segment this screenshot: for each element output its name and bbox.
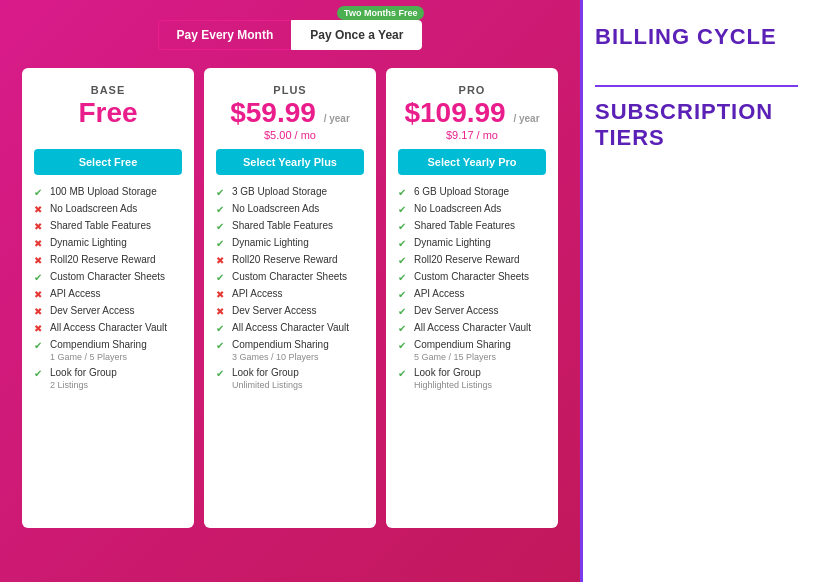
list-item: ✔ Shared Table Features	[216, 219, 364, 233]
list-item: ✔ Custom Character Sheets	[398, 270, 546, 284]
list-item: ✖ Dynamic Lighting	[34, 236, 182, 250]
tier-price-pro: $109.99 / year	[404, 98, 539, 129]
check-icon: ✔	[216, 367, 228, 380]
two-months-badge: Two Months Free	[337, 6, 424, 20]
tier-price-plus: $59.99 / year	[230, 98, 350, 129]
list-item: ✔ Look for Group2 Listings	[34, 366, 182, 392]
feature-text: Dev Server Access	[414, 304, 546, 317]
billing-cycle-section: BILLING CYCLE	[595, 24, 798, 49]
feature-text: Dynamic Lighting	[232, 236, 364, 249]
feature-text: Custom Character Sheets	[50, 270, 182, 283]
check-icon: ✔	[398, 254, 410, 267]
tier-price-year: / year	[513, 113, 539, 124]
tier-price-amount: $109.99	[404, 97, 505, 128]
cross-icon: ✖	[34, 254, 46, 267]
feature-text: Roll20 Reserve Reward	[414, 253, 546, 266]
feature-text: Look for Group2 Listings	[50, 366, 182, 392]
feature-list-pro: ✔ 6 GB Upload Storage ✔ No Loadscreen Ad…	[398, 185, 546, 392]
feature-list-plus: ✔ 3 GB Upload Storage ✔ No Loadscreen Ad…	[216, 185, 364, 392]
list-item: ✔ All Access Character Vault	[216, 321, 364, 335]
feature-text: Roll20 Reserve Reward	[232, 253, 364, 266]
list-item: ✔ Compendium Sharing1 Game / 5 Players	[34, 338, 182, 364]
list-item: ✖ No Loadscreen Ads	[34, 202, 182, 216]
select-plus-button[interactable]: Select Yearly Plus	[216, 149, 364, 175]
list-item: ✔ Compendium Sharing3 Games / 10 Players	[216, 338, 364, 364]
feature-text: 6 GB Upload Storage	[414, 185, 546, 198]
feature-text: 100 MB Upload Storage	[50, 185, 182, 198]
list-item: ✔ Roll20 Reserve Reward	[398, 253, 546, 267]
billing-toggle: Two Months Free Pay Every Month Pay Once…	[158, 20, 423, 50]
tier-name-base: BASE	[91, 84, 126, 96]
subscription-tiers-label: SUBSCRIPTION TIERS	[595, 99, 798, 150]
monthly-toggle-button[interactable]: Pay Every Month	[158, 20, 292, 50]
list-item: ✔ Custom Character Sheets	[34, 270, 182, 284]
feature-text: Shared Table Features	[232, 219, 364, 232]
feature-text: Compendium Sharing1 Game / 5 Players	[50, 338, 182, 364]
check-icon: ✔	[398, 186, 410, 199]
list-item: ✔ Dynamic Lighting	[216, 236, 364, 250]
feature-text: All Access Character Vault	[50, 321, 182, 334]
list-item: ✔ 6 GB Upload Storage	[398, 185, 546, 199]
check-icon: ✔	[34, 367, 46, 380]
check-icon: ✔	[398, 288, 410, 301]
feature-sub: 5 Game / 15 Players	[414, 352, 546, 364]
divider	[595, 85, 798, 87]
cross-icon: ✖	[216, 288, 228, 301]
list-item: ✖ Roll20 Reserve Reward	[34, 253, 182, 267]
check-icon: ✔	[216, 186, 228, 199]
tier-price-year: / year	[324, 113, 350, 124]
yearly-toggle-button[interactable]: Pay Once a Year	[291, 20, 422, 50]
list-item: ✔ No Loadscreen Ads	[216, 202, 364, 216]
tier-price-mo-pro: $9.17 / mo	[446, 129, 498, 141]
check-icon: ✔	[216, 203, 228, 216]
feature-sub: 2 Listings	[50, 380, 182, 392]
tier-price-base: Free	[78, 98, 137, 129]
check-icon: ✔	[34, 186, 46, 199]
tier-price-mo-base	[106, 129, 109, 141]
feature-text: Look for GroupHighlighted Listings	[414, 366, 546, 392]
cross-icon: ✖	[34, 288, 46, 301]
check-icon: ✔	[398, 322, 410, 335]
list-item: ✔ Compendium Sharing5 Game / 15 Players	[398, 338, 546, 364]
check-icon: ✔	[398, 305, 410, 318]
select-pro-button[interactable]: Select Yearly Pro	[398, 149, 546, 175]
list-item: ✔ All Access Character Vault	[398, 321, 546, 335]
list-item: ✔ Dev Server Access	[398, 304, 546, 318]
feature-text: Shared Table Features	[414, 219, 546, 232]
right-panel: BILLING CYCLE SUBSCRIPTION TIERS	[580, 0, 814, 582]
check-icon: ✔	[398, 220, 410, 233]
main-wrapper: Two Months Free Pay Every Month Pay Once…	[0, 0, 814, 582]
tier-card-pro: PRO $109.99 / year $9.17 / mo Select Yea…	[386, 68, 558, 528]
list-item: ✔ Look for GroupUnlimited Listings	[216, 366, 364, 392]
check-icon: ✔	[398, 237, 410, 250]
feature-sub: 1 Game / 5 Players	[50, 352, 182, 364]
feature-text: Dynamic Lighting	[414, 236, 546, 249]
list-item: ✔ 3 GB Upload Storage	[216, 185, 364, 199]
select-base-button[interactable]: Select Free	[34, 149, 182, 175]
feature-text: Dev Server Access	[50, 304, 182, 317]
billing-cycle-label: BILLING CYCLE	[595, 24, 798, 49]
list-item: ✔ No Loadscreen Ads	[398, 202, 546, 216]
feature-text: Dynamic Lighting	[50, 236, 182, 249]
check-icon: ✔	[398, 203, 410, 216]
feature-text: API Access	[50, 287, 182, 300]
check-icon: ✔	[216, 271, 228, 284]
check-icon: ✔	[216, 220, 228, 233]
feature-text: Compendium Sharing3 Games / 10 Players	[232, 338, 364, 364]
cross-icon: ✖	[216, 305, 228, 318]
list-item: ✔ Shared Table Features	[398, 219, 546, 233]
cross-icon: ✖	[34, 203, 46, 216]
list-item: ✔ Dynamic Lighting	[398, 236, 546, 250]
check-icon: ✔	[34, 339, 46, 352]
list-item: ✖ Dev Server Access	[34, 304, 182, 318]
feature-sub: Unlimited Listings	[232, 380, 364, 392]
list-item: ✔ Custom Character Sheets	[216, 270, 364, 284]
check-icon: ✔	[34, 271, 46, 284]
feature-text: Shared Table Features	[50, 219, 182, 232]
tier-name-pro: PRO	[459, 84, 486, 96]
list-item: ✖ All Access Character Vault	[34, 321, 182, 335]
check-icon: ✔	[398, 271, 410, 284]
list-item: ✔ Look for GroupHighlighted Listings	[398, 366, 546, 392]
tier-card-base: BASE Free Select Free ✔ 100 MB Upload St…	[22, 68, 194, 528]
list-item: ✖ Shared Table Features	[34, 219, 182, 233]
